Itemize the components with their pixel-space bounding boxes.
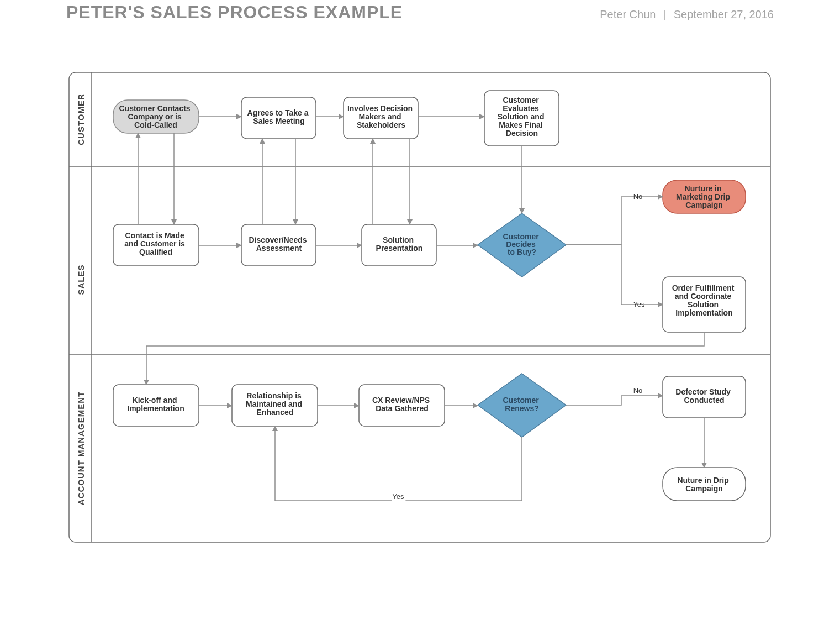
edge-label-no-2: No [633, 386, 643, 395]
doc-date: September 27, 2016 [674, 8, 774, 20]
node-defector-study-label: Defector Study Conducted [675, 387, 732, 405]
node-solution-presentation-label: Solution Presentation [376, 235, 423, 253]
edge-label-yes-1: Yes [633, 300, 645, 308]
edge-s4-no [566, 197, 663, 245]
page-header: PETER'S SALES PROCESS EXAMPLE Peter Chun… [66, 0, 774, 25]
edge-s4-yes [566, 245, 663, 305]
byline-separator: | [663, 8, 666, 20]
node-order-fulfillment-label: Order Fulfillment and Coordinate Solutio… [672, 284, 737, 317]
edge-a4-no [566, 396, 663, 405]
node-kickoff-label: Kick-off and Implementation [127, 396, 184, 413]
node-agrees-meeting-label: Agrees to Take a Sales Meeting [247, 108, 311, 125]
node-discover-needs-label: Discover/Needs Assessment [249, 235, 309, 253]
lane-label-customer: CUSTOMER [76, 93, 86, 145]
node-decision-buy-label: Customer Decides to Buy? [503, 232, 541, 256]
node-cx-review-label: CX Review/NPS Data Gathered [372, 396, 432, 413]
page-byline: Peter Chun | September 27, 2016 [600, 8, 774, 21]
edge-s6-a1 [146, 332, 704, 385]
lane-label-account: ACCOUNT MANAGEMENT [76, 391, 86, 505]
lane-label-sales: SALES [76, 264, 86, 295]
node-decision-renews-label: Customer Renews? [503, 396, 541, 413]
flowchart-canvas: CUSTOMER SALES ACCOUNT MANAGEMENT Custom… [66, 70, 774, 545]
edge-label-no-1: No [633, 192, 643, 201]
edge-label-yes-2: Yes [392, 492, 404, 501]
page-title: PETER'S SALES PROCESS EXAMPLE [66, 2, 403, 23]
edge-a4-yes [275, 426, 522, 501]
author-name: Peter Chun [600, 8, 656, 20]
